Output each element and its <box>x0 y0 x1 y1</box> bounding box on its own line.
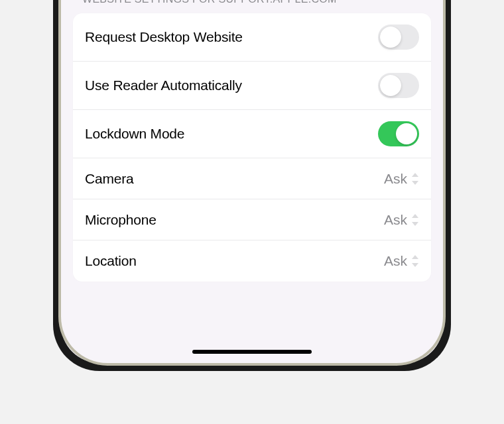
row-lockdown-mode: Lockdown Mode <box>73 110 431 158</box>
select-microphone[interactable]: Ask <box>384 212 419 228</box>
row-label: Location <box>85 253 137 269</box>
toggle-request-desktop-website[interactable] <box>378 25 419 50</box>
row-microphone[interactable]: Microphone Ask <box>73 199 431 240</box>
toggle-knob <box>396 123 417 144</box>
home-indicator <box>192 350 312 354</box>
row-label: Request Desktop Website <box>85 29 243 45</box>
select-camera[interactable]: Ask <box>384 171 419 187</box>
section-header: WEBSITE SETTINGS FOR SUPPORT.APPLE.COM <box>82 0 422 5</box>
select-value: Ask <box>384 253 407 269</box>
chevron-up-down-icon <box>411 254 419 268</box>
settings-list: Request Desktop Website Use Reader Autom… <box>73 13 431 282</box>
select-value: Ask <box>384 212 407 228</box>
row-label: Camera <box>85 171 134 187</box>
toggle-knob <box>380 26 401 48</box>
chevron-up-down-icon <box>411 213 419 227</box>
row-label: Use Reader Automatically <box>85 78 242 93</box>
row-label: Lockdown Mode <box>85 126 184 142</box>
row-request-desktop-website: Request Desktop Website <box>73 13 431 62</box>
chevron-up-down-icon <box>411 172 419 186</box>
toggle-knob <box>380 75 401 96</box>
row-camera[interactable]: Camera Ask <box>73 158 431 199</box>
row-use-reader-automatically: Use Reader Automatically <box>73 62 431 110</box>
toggle-use-reader-automatically[interactable] <box>378 73 419 98</box>
phone-frame: WEBSITE SETTINGS FOR SUPPORT.APPLE.COM R… <box>53 0 451 371</box>
row-location[interactable]: Location Ask <box>73 240 431 282</box>
select-location[interactable]: Ask <box>384 253 419 269</box>
select-value: Ask <box>384 171 407 187</box>
phone-screen: WEBSITE SETTINGS FOR SUPPORT.APPLE.COM R… <box>61 0 443 363</box>
toggle-lockdown-mode[interactable] <box>378 121 419 146</box>
outer-container: WEBSITE SETTINGS FOR SUPPORT.APPLE.COM R… <box>0 0 504 424</box>
row-label: Microphone <box>85 212 157 228</box>
